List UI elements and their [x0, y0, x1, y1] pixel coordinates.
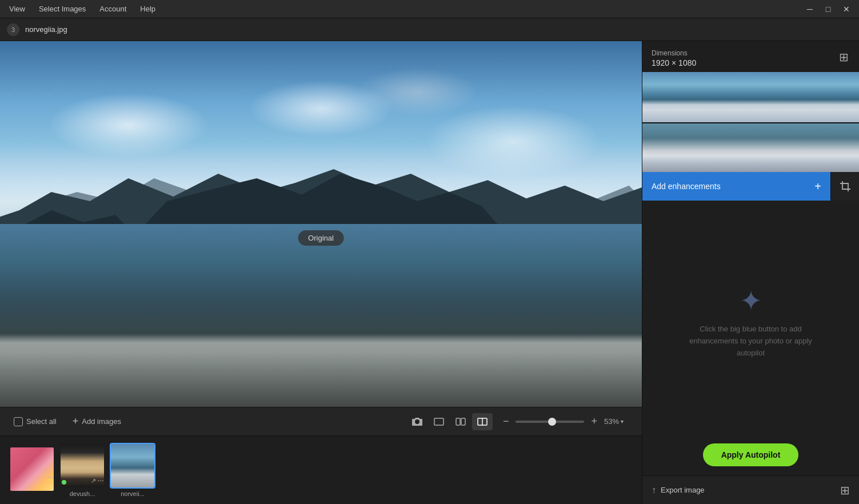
menu-select-images[interactable]: Select Images — [34, 2, 90, 15]
thumbnail-label: devush... — [59, 490, 105, 497]
single-view-button[interactable] — [429, 413, 449, 430]
zoom-value: 53% — [604, 417, 619, 426]
panel-expand-button[interactable]: ⊞ — [838, 49, 850, 65]
svg-rect-5 — [434, 418, 444, 425]
thumbnail-status-dot — [62, 480, 66, 485]
svg-rect-7 — [461, 418, 465, 425]
right-panel: Dimensions 1920 × 1080 ⊞ Add enhancement… — [642, 41, 859, 504]
thumbnail-more-icon[interactable]: ··· — [97, 475, 104, 485]
original-badge: Original — [298, 230, 344, 246]
list-item: ↗ ··· devush... — [59, 443, 105, 497]
close-button[interactable]: ✕ — [838, 3, 854, 15]
thumbnail-flower[interactable] — [9, 446, 55, 492]
center-area: Original Select all + Add images — [0, 41, 642, 504]
apply-autopilot-button[interactable]: Apply Autopilot — [703, 443, 799, 466]
thumbnail-more-icon[interactable]: ··· — [47, 472, 54, 481]
export-row: ↑ Export image ⊞ — [642, 475, 859, 504]
add-enhancements-button[interactable]: Add enhancements + — [642, 172, 830, 201]
plus-icon: + — [814, 180, 821, 193]
add-enhancements-label: Add enhancements — [652, 182, 721, 191]
dimensions-value: 1920 × 1080 — [652, 58, 696, 67]
plus-icon: + — [73, 415, 79, 427]
zoom-slider[interactable] — [516, 421, 584, 423]
zoom-chevron-icon: ▾ — [621, 418, 624, 425]
camera-icon-button[interactable] — [407, 413, 427, 430]
list-item: ··· — [9, 446, 55, 494]
main-landscape — [0, 41, 642, 407]
preview-original — [642, 123, 859, 172]
thumbnail-strip: ··· ↗ ··· devush... ··· norveii... — [0, 435, 642, 504]
crop-button[interactable] — [830, 172, 859, 201]
export-label: Export image — [661, 486, 705, 494]
split-view-button[interactable] — [450, 413, 471, 430]
maximize-button[interactable]: □ — [820, 3, 836, 15]
view-icons — [407, 413, 493, 430]
rocks-overlay — [0, 297, 642, 407]
minimize-button[interactable]: ─ — [802, 3, 818, 15]
add-images-label: Add images — [82, 417, 121, 426]
thumbnail-more-icon[interactable]: ··· — [147, 475, 154, 485]
zoom-controls: − + 53% ▾ — [500, 414, 633, 429]
export-icon: ↑ — [652, 485, 656, 495]
title-bar: View Select Images Account Help ─ □ ✕ — [0, 0, 859, 18]
select-all-label: Select all — [26, 417, 57, 426]
add-images-button[interactable]: + Add images — [68, 413, 126, 430]
tab-filename: norvegiia.jpg — [25, 25, 67, 34]
checkbox-icon — [14, 417, 23, 426]
window-controls: ─ □ ✕ — [802, 3, 854, 15]
zoom-out-button[interactable]: − — [500, 414, 513, 429]
overlay-view-button[interactable] — [472, 413, 493, 430]
preview-enhanced — [642, 72, 859, 122]
svg-point-4 — [415, 421, 418, 423]
select-all-button[interactable]: Select all — [9, 415, 61, 429]
thumbnail-label: norveii... — [110, 490, 155, 497]
menu-bar: View Select Images Account Help — [5, 2, 160, 15]
panel-header: Dimensions 1920 × 1080 ⊞ — [642, 41, 859, 72]
tab-bar: 3 norvegiia.jpg — [0, 18, 859, 41]
menu-account[interactable]: Account — [95, 2, 131, 15]
main-layout: Original Select all + Add images — [0, 41, 859, 504]
hint-area: ✦ Click the big blue button to add enhan… — [642, 201, 859, 443]
export-expand-button[interactable]: ⊞ — [840, 483, 850, 497]
autopilot-star-icon: ✦ — [740, 285, 762, 317]
add-enhancements-row: Add enhancements + — [642, 172, 859, 201]
hint-text: Click the big blue button to add enhance… — [688, 323, 814, 359]
menu-help[interactable]: Help — [135, 2, 160, 15]
preview-container — [642, 72, 859, 172]
thumbnail-expand-icon[interactable]: ↗ — [91, 477, 96, 485]
list-item: ··· norveii... — [110, 443, 155, 497]
image-viewer[interactable]: Original — [0, 41, 642, 407]
bottom-toolbar: Select all + Add images — [0, 407, 642, 435]
zoom-in-button[interactable]: + — [588, 414, 601, 429]
tab-counter: 3 — [7, 23, 19, 36]
menu-view[interactable]: View — [5, 2, 30, 15]
dimensions-label: Dimensions — [652, 49, 696, 57]
svg-rect-6 — [456, 418, 460, 425]
zoom-label[interactable]: 53% ▾ — [604, 417, 633, 426]
dimensions-info: Dimensions 1920 × 1080 — [652, 49, 696, 67]
